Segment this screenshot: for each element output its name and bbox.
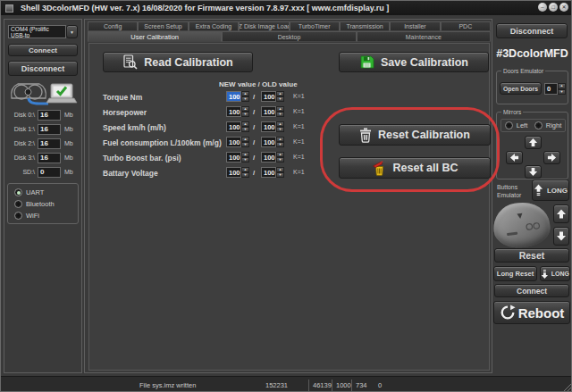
emulator-down-button[interactable]: [553, 227, 569, 246]
mirror-left-button[interactable]: [506, 151, 523, 164]
tab-transmission[interactable]: Transmission: [340, 21, 390, 31]
spinner-down-icon[interactable]: ▼: [241, 172, 249, 178]
radio-wifi-icon[interactable]: [14, 212, 22, 220]
connect-button[interactable]: Connect: [8, 44, 78, 56]
mode-uart[interactable]: UART: [14, 188, 44, 196]
spinner-down-icon[interactable]: ▼: [276, 96, 284, 102]
mirror-right-button[interactable]: [543, 151, 560, 164]
mode-bluetooth[interactable]: Bluetooth: [14, 200, 55, 208]
open-doors-button[interactable]: Open Doors: [500, 82, 542, 95]
doors-emulator-title: Doors Emulator: [501, 67, 545, 75]
com-port-select[interactable]: COM4 (Prolific USB-to ▼: [8, 25, 78, 38]
tab-maintenance[interactable]: Maintenance: [357, 31, 491, 42]
radio-bluetooth-icon[interactable]: [14, 200, 22, 208]
sidebar: COM4 (Prolific USB-to ▼ Connect Disconne…: [4, 19, 82, 373]
reboot-button[interactable]: Reboot: [493, 301, 570, 324]
old-value[interactable]: 100: [261, 121, 276, 132]
row-label: Battary Voltage: [103, 169, 158, 178]
old-value[interactable]: 100: [261, 167, 276, 178]
minimize-icon[interactable]: –: [538, 3, 547, 12]
tab-user-calibration[interactable]: User Calibration: [88, 31, 222, 42]
disk-size-field[interactable]: 16: [38, 124, 61, 135]
long-up-button[interactable]: LONG: [532, 179, 569, 201]
new-value[interactable]: 100: [226, 91, 241, 102]
resize-grip-icon[interactable]: [562, 382, 571, 391]
old-value[interactable]: 100: [261, 106, 276, 117]
chevron-down-icon[interactable]: ▼: [66, 25, 78, 38]
radio-uart-icon[interactable]: [14, 188, 22, 196]
long-down-button[interactable]: LONG: [540, 266, 570, 281]
reset-button[interactable]: Reset: [494, 248, 569, 263]
spinner-down-icon[interactable]: ▼: [241, 112, 249, 117]
new-value[interactable]: 100: [226, 152, 241, 163]
new-value[interactable]: 100: [226, 167, 241, 178]
spinner-down-icon[interactable]: ▼: [241, 142, 249, 147]
spinner-down-icon[interactable]: ▼: [558, 89, 566, 96]
new-value-spinbox[interactable]: 100 ▲▼: [226, 137, 249, 147]
tab-config[interactable]: Config: [88, 21, 138, 31]
maximize-icon[interactable]: □: [549, 3, 558, 12]
spinner-down-icon[interactable]: ▼: [276, 172, 284, 178]
old-value-spinbox[interactable]: 100 ▲▼: [261, 137, 284, 147]
spinner-down-icon[interactable]: ▼: [276, 142, 284, 147]
tab-pdc[interactable]: PDC: [441, 21, 491, 31]
disconnect-button-right[interactable]: Disconnect: [496, 23, 568, 38]
tab-desktop[interactable]: Desktop: [222, 31, 356, 42]
disconnect-button[interactable]: Disconnect: [8, 61, 78, 76]
spinner-down-icon[interactable]: ▼: [276, 127, 284, 132]
radio-mirror-left-icon[interactable]: [505, 121, 513, 129]
mirror-up-button[interactable]: [525, 136, 542, 149]
read-calibration-label: Read Calibration: [144, 56, 232, 69]
disk-size-field[interactable]: 16: [38, 138, 61, 149]
new-value[interactable]: 100: [226, 137, 241, 147]
disk-size-field[interactable]: 16: [38, 110, 61, 121]
value-separator: /: [253, 169, 255, 177]
spinner-down-icon[interactable]: ▼: [241, 157, 249, 163]
doors-count-value[interactable]: 0: [544, 83, 558, 95]
save-calibration-button[interactable]: Save Calibration: [339, 52, 489, 72]
radio-mirror-right-icon[interactable]: [534, 121, 543, 129]
right-panel: Disconnect #3DcolorMFD Doors Emulator Op…: [493, 19, 571, 373]
old-value[interactable]: 100: [261, 152, 276, 163]
tab-extra-coding[interactable]: Extra Coding: [189, 21, 239, 31]
old-value-spinbox[interactable]: 100 ▲▼: [261, 152, 284, 163]
new-value-spinbox[interactable]: 100 ▲▼: [226, 121, 249, 132]
old-value[interactable]: 100: [261, 137, 276, 147]
tab-turbotimer[interactable]: TurboTimer: [290, 21, 340, 31]
new-value-spinbox[interactable]: 100 ▲▼: [226, 106, 249, 117]
doors-count-spinbox[interactable]: 0 ▲▼: [544, 83, 566, 95]
spinner-down-icon[interactable]: ▼: [276, 157, 284, 163]
long-down-label: LONG: [551, 271, 569, 277]
new-value-spinbox[interactable]: 100 ▲▼: [226, 167, 249, 178]
old-value-spinbox[interactable]: 100 ▲▼: [261, 121, 284, 132]
new-value[interactable]: 100: [226, 106, 241, 117]
spinner-down-icon[interactable]: ▼: [241, 127, 249, 132]
spinner-down-icon[interactable]: ▼: [241, 96, 249, 102]
new-value-spinbox[interactable]: 100 ▲▼: [226, 91, 249, 102]
reset-all-bc-button[interactable]: Reset all BC: [339, 157, 491, 179]
mirror-down-button[interactable]: [525, 165, 542, 179]
disk-row: Disk 1:\ 16 Mb: [8, 123, 80, 135]
disk-size-field[interactable]: 0: [38, 167, 61, 178]
tab-installer[interactable]: Installer: [390, 21, 440, 31]
tab-imz-disk-image-loader[interactable]: IMZ Disk Image Loader: [239, 21, 289, 31]
old-value-spinbox[interactable]: 100 ▲▼: [261, 106, 284, 117]
old-value-spinbox[interactable]: 100 ▲▼: [261, 167, 284, 178]
old-value-spinbox[interactable]: 100 ▲▼: [261, 91, 284, 102]
new-value[interactable]: 100: [226, 121, 241, 132]
row-label: Fuel consumption L/100km (m/g): [103, 138, 222, 147]
disk-size-field[interactable]: 16: [38, 153, 61, 163]
mirror-left-option[interactable]: Left: [505, 121, 528, 129]
tab-screen-setup[interactable]: Screen Setup: [138, 21, 188, 31]
old-value[interactable]: 100: [261, 91, 276, 102]
emulator-up-button[interactable]: [553, 204, 569, 223]
mode-wifi[interactable]: WiFi: [14, 212, 39, 220]
spinner-down-icon[interactable]: ▼: [276, 112, 284, 117]
connect-button-right[interactable]: Connect: [494, 284, 569, 297]
new-value-spinbox[interactable]: 100 ▲▼: [226, 152, 249, 163]
mirror-right-option[interactable]: Right: [534, 121, 562, 129]
close-icon[interactable]: ✕: [559, 3, 568, 12]
long-reset-button[interactable]: Long Reset: [493, 266, 537, 281]
reset-calibration-button[interactable]: Reset Calibration: [339, 124, 491, 146]
read-calibration-button[interactable]: Read Calibration: [103, 52, 253, 72]
